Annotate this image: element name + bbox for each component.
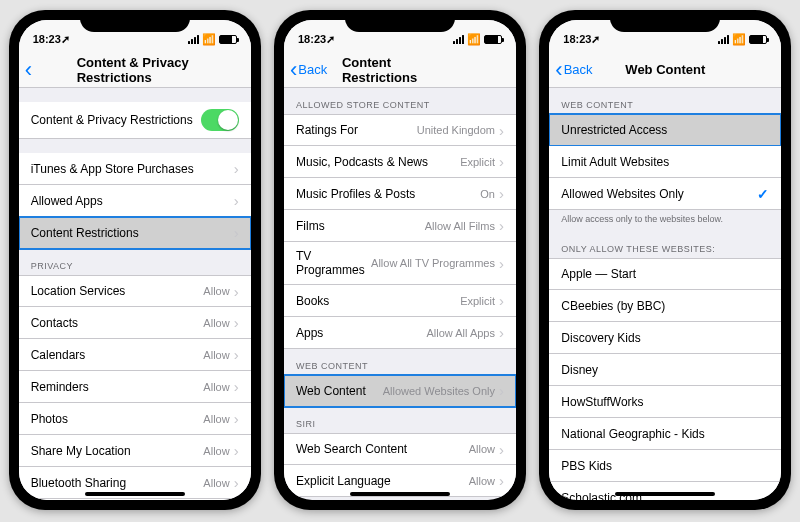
home-indicator[interactable] (85, 492, 185, 496)
row-value: Allow (203, 317, 229, 329)
chevron-right-icon: › (499, 218, 504, 233)
row-label: Music, Podcasts & News (296, 155, 460, 169)
website-row[interactable]: Discovery Kids (549, 322, 781, 354)
home-indicator[interactable] (350, 492, 450, 496)
chevron-right-icon: › (499, 256, 504, 271)
option-unrestricted[interactable]: Unrestricted Access (549, 114, 781, 146)
row-label: Share My Location (31, 444, 204, 458)
web-content-row[interactable]: Web Content Allowed Websites Only › (284, 375, 516, 407)
battery-icon (484, 35, 502, 44)
row-value: Allow (469, 443, 495, 455)
battery-icon (219, 35, 237, 44)
phone-2: 18:23➚ 📶 ‹ Back Content Restrictions ALL… (274, 10, 526, 510)
chevron-right-icon: › (499, 473, 504, 488)
nav-bar: ‹ Back Content Restrictions (284, 52, 516, 88)
siri-row[interactable]: Web Search ContentAllow› (284, 433, 516, 465)
privacy-row[interactable]: RemindersAllow› (19, 371, 251, 403)
home-indicator[interactable] (615, 492, 715, 496)
privacy-row[interactable]: CalendarsAllow› (19, 339, 251, 371)
content-restrictions-row[interactable]: Content Restrictions › (19, 217, 251, 249)
chevron-right-icon: › (234, 193, 239, 208)
row-label: Web Search Content (296, 442, 469, 456)
back-button[interactable]: ‹ Back (290, 59, 327, 81)
row-value: Allow (203, 413, 229, 425)
nav-bar: ‹ Back Web Content (549, 52, 781, 88)
section-footer: Allow access only to the websites below. (549, 210, 781, 232)
store-row[interactable]: Ratings ForUnited Kingdom› (284, 114, 516, 146)
itunes-purchases-row[interactable]: iTunes & App Store Purchases › (19, 153, 251, 185)
row-label: Explicit Language (296, 474, 469, 488)
wifi-icon: 📶 (202, 33, 216, 46)
status-time: 18:23➚ (33, 33, 70, 46)
website-row[interactable]: Scholastic.com (549, 482, 781, 500)
content-privacy-toggle-row[interactable]: Content & Privacy Restrictions (19, 102, 251, 139)
back-button[interactable]: ‹ Back (555, 59, 592, 81)
row-label: Calendars (31, 348, 204, 362)
privacy-row[interactable]: Share My LocationAllow› (19, 435, 251, 467)
page-title: Content Restrictions (342, 55, 458, 85)
store-row[interactable]: AppsAllow All Apps› (284, 317, 516, 349)
option-limit-adult[interactable]: Limit Adult Websites (549, 146, 781, 178)
status-time: 18:23➚ (298, 33, 335, 46)
chevron-right-icon: › (499, 293, 504, 308)
row-value: Allow All Apps (427, 327, 495, 339)
row-value: Allow (469, 475, 495, 487)
chevron-right-icon: › (234, 475, 239, 490)
row-label: Films (296, 219, 425, 233)
signal-icon (453, 35, 464, 44)
chevron-right-icon: › (499, 186, 504, 201)
row-value: Allow (203, 477, 229, 489)
privacy-row[interactable]: Location ServicesAllow› (19, 275, 251, 307)
store-row[interactable]: FilmsAllow All Films› (284, 210, 516, 242)
chevron-left-icon: ‹ (290, 59, 297, 81)
store-row[interactable]: Music, Podcasts & NewsExplicit› (284, 146, 516, 178)
row-label: Bluetooth Sharing (31, 476, 204, 490)
website-row[interactable]: CBeebies (by BBC) (549, 290, 781, 322)
section-header-privacy: PRIVACY (19, 249, 251, 275)
website-row[interactable]: HowStuffWorks (549, 386, 781, 418)
section-header-web: WEB CONTENT (284, 349, 516, 375)
chevron-right-icon: › (499, 442, 504, 457)
section-header-web-content: WEB CONTENT (549, 88, 781, 114)
row-label: Reminders (31, 380, 204, 394)
row-label: CBeebies (by BBC) (561, 299, 769, 313)
store-row[interactable]: TV ProgrammesAllow All TV Programmes› (284, 242, 516, 285)
row-label: Ratings For (296, 123, 417, 137)
row-label: HowStuffWorks (561, 395, 769, 409)
row-label: Books (296, 294, 460, 308)
page-title: Content & Privacy Restrictions (77, 55, 193, 85)
row-value: Explicit (460, 295, 495, 307)
website-row[interactable]: Apple — Start (549, 258, 781, 290)
page-title: Web Content (625, 62, 705, 77)
toggle-on[interactable] (201, 109, 239, 131)
phone-3: 18:23➚ 📶 ‹ Back Web Content WEB CONTENT … (539, 10, 791, 510)
website-row[interactable]: Disney (549, 354, 781, 386)
chevron-right-icon: › (234, 284, 239, 299)
checkmark-icon: ✓ (757, 186, 769, 202)
row-value: Allow (203, 285, 229, 297)
row-label: Photos (31, 412, 204, 426)
store-row[interactable]: BooksExplicit› (284, 285, 516, 317)
website-row[interactable]: National Geographic - Kids (549, 418, 781, 450)
store-row[interactable]: Music Profiles & PostsOn› (284, 178, 516, 210)
row-value: United Kingdom (417, 124, 495, 136)
back-button[interactable]: ‹ (25, 59, 33, 81)
row-label: Disney (561, 363, 769, 377)
chevron-right-icon: › (499, 325, 504, 340)
section-header-siri: SIRI (284, 407, 516, 433)
status-time: 18:23➚ (563, 33, 600, 46)
row-value: Allow All TV Programmes (371, 257, 495, 269)
wifi-icon: 📶 (467, 33, 481, 46)
chevron-right-icon: › (234, 411, 239, 426)
privacy-row[interactable]: ContactsAllow› (19, 307, 251, 339)
option-allowed-only[interactable]: Allowed Websites Only ✓ (549, 178, 781, 210)
allowed-apps-row[interactable]: Allowed Apps › (19, 185, 251, 217)
row-value: Allow (203, 349, 229, 361)
nav-bar: ‹ Content & Privacy Restrictions (19, 52, 251, 88)
phone-1: 18:23➚ 📶 ‹ Content & Privacy Restriction… (9, 10, 261, 510)
privacy-row[interactable]: MicrophoneAllow› (19, 499, 251, 500)
website-row[interactable]: PBS Kids (549, 450, 781, 482)
privacy-row[interactable]: PhotosAllow› (19, 403, 251, 435)
row-label: Location Services (31, 284, 204, 298)
section-header-store: ALLOWED STORE CONTENT (284, 88, 516, 114)
